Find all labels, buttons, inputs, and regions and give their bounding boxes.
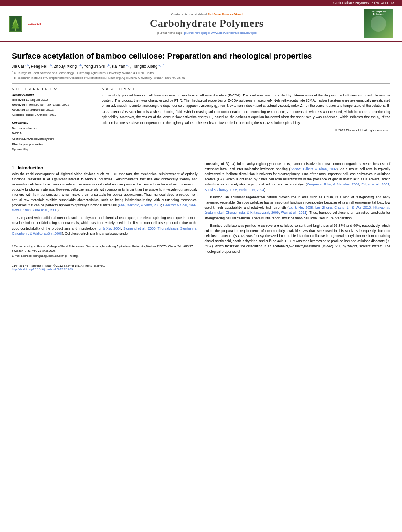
ref-liu-hu: Liu & Hu, 2008 bbox=[289, 206, 313, 209]
info-abstract-section: A R T I C L E I N F O Article history: R… bbox=[12, 87, 390, 152]
abstract-text: In this study, purified bamboo cellulose… bbox=[102, 93, 390, 126]
keyword-2: B-CDA bbox=[12, 131, 89, 136]
affiliation-b: b b Research Institute of Comprehensive … bbox=[12, 75, 390, 80]
history-accepted: Accepted 24 September 2012 bbox=[12, 108, 89, 113]
body-left-col: 1. Introduction With the rapid developme… bbox=[12, 161, 198, 272]
journal-homepage: journal homepage: journal homepage: www.… bbox=[157, 31, 257, 35]
article-info-heading: A R T I C L E I N F O bbox=[12, 87, 89, 91]
affiliation-a: a a College of Food Science and Technolo… bbox=[12, 70, 390, 75]
article-title: Surface acetylation of bamboo cellulose:… bbox=[12, 52, 390, 61]
journal-title: Carbohydrate Polymers bbox=[150, 18, 264, 30]
svg-rect-4 bbox=[15, 28, 16, 31]
elsevier-svg-logo: ELSEVIER bbox=[7, 14, 48, 33]
doi-line: http://dx.doi.org/10.1016/j.carbpol.2012… bbox=[12, 267, 198, 271]
keyword-4: Rheological properties bbox=[12, 142, 89, 147]
ref-yano: Yano et al., 2005 bbox=[32, 208, 57, 212]
issn-line: 0144-8617/$ – see front matter © 2012 El… bbox=[12, 264, 198, 267]
body-text-right: consisting of β(1–4)-linked anhydrogluco… bbox=[205, 161, 391, 254]
history-online: Available online 2 October 2012 bbox=[12, 113, 89, 118]
section-number-label: 1. bbox=[12, 165, 18, 170]
history-revised: Received in revised form 29 August 2012 bbox=[12, 102, 89, 108]
ref-steinmeier: Steinmeier, 2004 bbox=[239, 188, 264, 192]
journal-info-bar: Carbohydrate Polymers 92 (2013) 11–18 bbox=[0, 0, 402, 6]
sciverse-brand: SciVerse ScienceDirect bbox=[208, 13, 243, 16]
ref-abe2007: Abe, Iwamoto, & Yano, 2007 bbox=[119, 203, 161, 207]
journal-info-center: Contents lists available at SciVerse Sci… bbox=[55, 9, 359, 38]
ref-sigmund: Sigmund et al., 2006 bbox=[123, 226, 156, 230]
divider-1 bbox=[12, 83, 390, 84]
section-title-label: Introduction bbox=[18, 165, 43, 170]
keyword-3: Acetone/DMAc solvent system bbox=[12, 136, 89, 142]
elsevier-logo: ELSEVIER bbox=[4, 9, 51, 38]
journal-volume-info: Carbohydrate Polymers 92 (2013) 11–18 bbox=[333, 1, 394, 5]
main-body-section: 1. Introduction With the rapid developme… bbox=[12, 161, 390, 272]
ref-beecroft: Beecroft & Ober, 1997 bbox=[163, 203, 197, 207]
page: Carbohydrate Polymers 92 (2013) 11–18 EL… bbox=[0, 0, 402, 532]
carbpol-logo-circle bbox=[371, 16, 386, 32]
authors-line: Jie Cai a,b, Peng Fei a,b, Zhouyi Xiong … bbox=[12, 64, 390, 69]
affiliations: a a College of Food Science and Technolo… bbox=[12, 70, 390, 79]
right-para-3: Bamboo cellulose was purified to achieve… bbox=[205, 223, 391, 254]
ref-appaw: Appaw, Gilbert, & Khan, 2007 bbox=[290, 167, 337, 171]
carbpol-logo: CarbohydratePolymers bbox=[363, 9, 394, 38]
carbpol-logo-box: CarbohydratePolymers bbox=[364, 9, 393, 38]
keywords-label: Keywords: bbox=[12, 121, 89, 124]
sciverse-text: Contents lists available at SciVerse Sci… bbox=[171, 13, 243, 16]
keyword-5: Spinnability bbox=[12, 147, 89, 152]
doi-link[interactable]: http://dx.doi.org/10.1016/j.carbpol.2012… bbox=[12, 267, 73, 271]
ref-wan: Wan et al., 2011 bbox=[281, 211, 306, 215]
ref-edgar: Edgar et al., 2001 bbox=[361, 182, 389, 186]
right-para-2: Bamboo, an abundant regenerative natural… bbox=[205, 195, 391, 221]
ref-sassl: Sassl & Chanzy, 1995 bbox=[205, 188, 237, 192]
section-1-heading: 1. Introduction bbox=[12, 165, 198, 170]
intro-para-2: Compared with traditional methods such a… bbox=[12, 215, 198, 236]
homepage-link[interactable]: journal homepage: www.elsevier.com/locat… bbox=[184, 31, 257, 35]
right-para-1: consisting of β(1–4)-linked anhydrogluco… bbox=[205, 161, 391, 193]
journal-header: ELSEVIER Contents lists available at Sci… bbox=[0, 6, 402, 42]
copyright: © 2012 Elsevier Ltd. All rights reserved… bbox=[102, 128, 390, 132]
body-right-col: consisting of β(1–4)-linked anhydrogluco… bbox=[205, 161, 391, 272]
carbpol-logo-text: CarbohydratePolymers bbox=[364, 10, 393, 16]
ref-cerqueira: Cerqueira, Filho, & Meireles, 2007 bbox=[307, 182, 359, 186]
abstract-heading: A B S T R A C T bbox=[102, 87, 390, 91]
ref-li-xia: Li & Xia, 2004 bbox=[99, 226, 121, 230]
footnote-corresponding: * Corresponding author at: College of Fo… bbox=[12, 244, 198, 258]
divider-2 bbox=[12, 156, 390, 156]
article-info-column: A R T I C L E I N F O Article history: R… bbox=[12, 87, 94, 152]
ref-liu-zhong: Liu, Zhong, Chang, Li, & Wu, 2010 bbox=[315, 206, 371, 209]
history-label: Article history: bbox=[12, 93, 89, 96]
footnotes: * Corresponding author at: College of Fo… bbox=[12, 242, 198, 258]
history-received: Received 13 August 2012 bbox=[12, 98, 89, 103]
elsevier-logo-box: ELSEVIER bbox=[6, 13, 49, 34]
footnote-corresponding-text: * Corresponding author at: College of Fo… bbox=[12, 244, 198, 253]
ref-novak: Novak, 1993 bbox=[12, 208, 31, 212]
footnote-email: E-mail address: xionghanguo@163.com (H. … bbox=[12, 254, 198, 258]
keyword-1: Bamboo cellulose bbox=[12, 126, 89, 131]
abstract-column: A B S T R A C T In this study, purified … bbox=[102, 87, 390, 152]
intro-para-1: With the rapid development of digitized … bbox=[12, 172, 198, 213]
body-text-left: With the rapid development of digitized … bbox=[12, 172, 198, 236]
svg-text:ELSEVIER: ELSEVIER bbox=[28, 22, 41, 25]
bottom-bar: 0144-8617/$ – see front matter © 2012 El… bbox=[12, 262, 198, 272]
main-content: Surface acetylation of bamboo cellulose:… bbox=[0, 42, 402, 280]
